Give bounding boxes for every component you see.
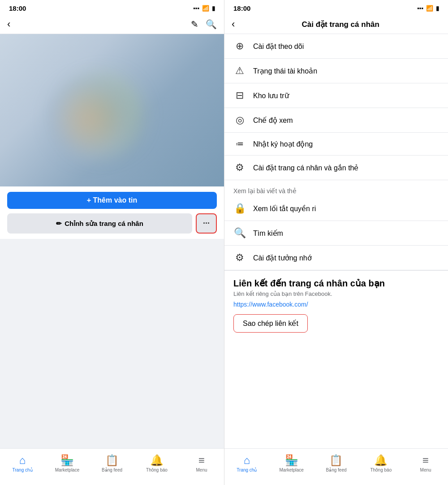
follow-label: Cài đặt theo dõi — [253, 42, 304, 51]
edit-profile-button[interactable]: ✏ Chỉnh sửa trang cá nhân — [7, 213, 192, 234]
tab-menu-icon-right: ≡ — [422, 454, 429, 467]
tab-marketplace-label-left: Marketplace — [55, 468, 79, 472]
signal-icon-left: ▪▪▪ — [193, 5, 199, 12]
tab-notifications-icon-left: 🔔 — [150, 454, 164, 467]
profile-actions: + Thêm vào tin ✏ Chỉnh sửa trang cá nhân… — [0, 186, 224, 239]
menu-item-follow[interactable]: ⊕ Cài đặt theo dõi — [224, 34, 448, 59]
left-phone: 18:00 ▪▪▪ 📶 ▮ ‹ ✎ 🔍 + Thêm vào tin — [0, 0, 224, 485]
tab-home-label-left: Trang chủ — [12, 468, 32, 472]
privacy-label: Xem lối tắt quyền ri — [253, 204, 316, 213]
bottom-spacer — [224, 340, 448, 358]
menu-item-archive[interactable]: ⊟ Kho lưu trữ — [224, 83, 448, 108]
tab-marketplace-right[interactable]: 🏪 Marketplace — [269, 452, 314, 474]
menu-item-account-status[interactable]: ⚠ Trạng thái tài khoản — [224, 59, 448, 83]
left-content: + Thêm vào tin ✏ Chỉnh sửa trang cá nhân… — [0, 34, 224, 448]
battery-icon-left: ▮ — [212, 5, 215, 12]
time-right: 18:00 — [233, 4, 250, 12]
activity-log-label: Nhật ký hoạt động — [253, 140, 313, 148]
tab-menu-right[interactable]: ≡ Menu — [403, 452, 448, 474]
tab-home-left[interactable]: ⌂ Trang chủ — [0, 452, 45, 474]
page-title-right: Cài đặt trang cá nhân — [240, 20, 441, 29]
signal-icon-right: ▪▪▪ — [417, 5, 423, 12]
profile-settings-icon: ⚙ — [233, 162, 246, 173]
memorial-label: Cài đặt tưởng nhớ — [253, 254, 312, 262]
search-label: Tìm kiếm — [253, 229, 283, 238]
tab-bar-right: ⌂ Trang chủ 🏪 Marketplace 📋 Bảng feed 🔔 … — [224, 448, 448, 485]
status-icons-left: ▪▪▪ 📶 ▮ — [193, 5, 215, 12]
tab-menu-left[interactable]: ≡ Menu — [179, 452, 224, 474]
tab-menu-label-right: Menu — [420, 468, 431, 472]
tab-feed-label-right: Bảng feed — [326, 468, 346, 472]
menu-item-profile-settings[interactable]: ⚙ Cài đặt trang cá nhân và gắn thẻ — [224, 156, 448, 180]
cover-blur-face — [45, 74, 134, 164]
tab-home-icon-left: ⌂ — [19, 454, 26, 467]
tab-home-right[interactable]: ⌂ Trang chủ — [224, 452, 269, 474]
tab-marketplace-left[interactable]: 🏪 Marketplace — [45, 452, 90, 474]
tab-notifications-right[interactable]: 🔔 Thông báo — [358, 452, 403, 474]
privacy-icon: 🔒 — [233, 203, 246, 214]
nav-bar-left: ‹ ✎ 🔍 — [0, 15, 224, 34]
memorial-icon: ⚙ — [233, 252, 246, 264]
edit-row: ✏ Chỉnh sửa trang cá nhân ··· — [7, 213, 217, 234]
follow-icon: ⊕ — [233, 40, 246, 52]
wifi-icon-right: 📶 — [426, 5, 433, 12]
add-story-button[interactable]: + Thêm vào tin — [7, 192, 217, 209]
copy-link-button[interactable]: Sao chép liên kết — [233, 314, 308, 333]
right-phone: 18:00 ▪▪▪ 📶 ▮ ‹ Cài đặt trang cá nhân ⊕ … — [224, 0, 448, 485]
edit-icon: ✏ — [56, 220, 62, 228]
battery-icon-right: ▮ — [436, 5, 439, 12]
tab-marketplace-icon-right: 🏪 — [285, 454, 298, 467]
nav-icons-left: ✎ 🔍 — [191, 19, 217, 30]
edit-icon-left[interactable]: ✎ — [191, 19, 198, 30]
time-left: 18:00 — [9, 4, 26, 12]
account-status-label: Trạng thái tài khoản — [253, 67, 317, 75]
view-mode-label: Chế độ xem — [253, 116, 293, 125]
menu-item-view-mode[interactable]: ◎ Chế độ xem — [224, 108, 448, 133]
menu-item-activity-log[interactable]: ≔ Nhật ký hoạt động — [224, 133, 448, 156]
status-bar-left: 18:00 ▪▪▪ 📶 ▮ — [0, 0, 224, 15]
tab-marketplace-icon-left: 🏪 — [60, 454, 74, 467]
tab-marketplace-label-right: Marketplace — [279, 468, 303, 472]
tab-notifications-left[interactable]: 🔔 Thông báo — [134, 452, 179, 474]
menu-section-1: ⊕ Cài đặt theo dõi ⚠ Trạng thái tài khoả… — [224, 34, 448, 180]
account-status-icon: ⚠ — [233, 65, 246, 77]
archive-icon: ⊟ — [233, 90, 246, 101]
tab-feed-icon-right: 📋 — [329, 454, 343, 467]
menu-item-memorial[interactable]: ⚙ Cài đặt tưởng nhớ — [224, 246, 448, 270]
link-subtitle: Liên kết riêng của bạn trên Facebook. — [233, 290, 439, 297]
view-mode-icon: ◎ — [233, 114, 246, 126]
search-icon-left[interactable]: 🔍 — [206, 19, 217, 30]
review-section-label: Xem lại bài viết và thẻ — [224, 180, 448, 196]
tab-notifications-icon-right: 🔔 — [374, 454, 388, 467]
tab-feed-right[interactable]: 📋 Bảng feed — [314, 452, 359, 474]
add-story-label: + Thêm vào tin — [87, 196, 137, 204]
tab-home-label-right: Trang chủ — [237, 468, 257, 472]
profile-settings-label: Cài đặt trang cá nhân và gắn thẻ — [253, 164, 358, 172]
tab-bar-left: ⌂ Trang chủ 🏪 Marketplace 📋 Bảng feed 🔔 … — [0, 448, 224, 485]
back-button-right[interactable]: ‹ — [232, 18, 235, 30]
menu-section-2: 🔒 Xem lối tắt quyền ri 🔍 Tìm kiếm ⚙ Cài … — [224, 196, 448, 270]
link-section: Liên kết đến trang cá nhân của bạn Liên … — [224, 270, 448, 340]
tab-home-icon-right: ⌂ — [244, 454, 250, 467]
activity-log-icon: ≔ — [233, 139, 246, 149]
search-icon-right: 🔍 — [233, 227, 246, 239]
more-icon: ··· — [203, 219, 210, 228]
wifi-icon-left: 📶 — [202, 5, 209, 12]
status-bar-right: 18:00 ▪▪▪ 📶 ▮ — [224, 0, 448, 15]
tab-feed-label-left: Bảng feed — [102, 468, 122, 472]
tab-feed-left[interactable]: 📋 Bảng feed — [90, 452, 134, 474]
back-button-left[interactable]: ‹ — [7, 18, 10, 30]
more-options-button[interactable]: ··· — [196, 213, 217, 234]
tab-feed-icon-left: 📋 — [105, 454, 119, 467]
status-icons-right: ▪▪▪ 📶 ▮ — [417, 5, 439, 12]
nav-bar-right: ‹ Cài đặt trang cá nhân — [224, 15, 448, 34]
profile-cover — [0, 34, 224, 186]
menu-item-privacy-shortcuts[interactable]: 🔒 Xem lối tắt quyền ri — [224, 196, 448, 221]
tab-menu-label-left: Menu — [196, 468, 207, 472]
menu-item-search[interactable]: 🔍 Tìm kiếm — [224, 221, 448, 246]
right-content: ⊕ Cài đặt theo dõi ⚠ Trạng thái tài khoả… — [224, 34, 448, 448]
archive-label: Kho lưu trữ — [253, 91, 289, 100]
link-url: https://www.facebook.com/ — [233, 301, 439, 308]
tab-notifications-label-right: Thông báo — [370, 468, 392, 472]
tab-menu-icon-left: ≡ — [198, 454, 205, 467]
